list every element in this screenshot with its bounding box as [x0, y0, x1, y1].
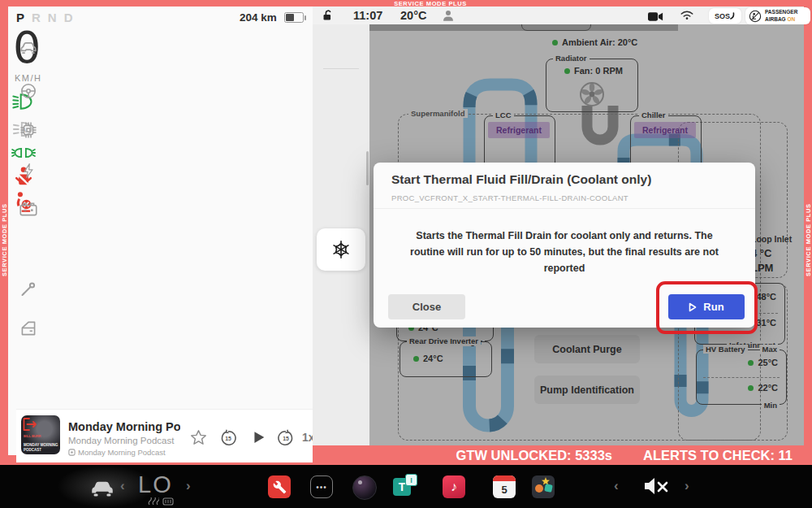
tab-low-voltage[interactable]: [16, 197, 41, 221]
dialog-description: Starts the Thermal Fill Drain for coolan…: [402, 228, 727, 276]
defrost-icon[interactable]: [162, 497, 174, 506]
dialog-title: Start Thermal Fluid Fill/Drain (Coolant …: [391, 172, 651, 187]
play-button[interactable]: [249, 428, 267, 449]
dialog-divider: [374, 208, 755, 209]
volume-muted-icon[interactable]: [644, 477, 668, 498]
car-controls-button[interactable]: [88, 475, 117, 502]
passenger-airbag-icon: [749, 10, 762, 23]
media-next-chevron[interactable]: ›: [685, 478, 689, 494]
alerts-to-check-counter[interactable]: ALERTS TO CHECK: 11: [643, 448, 793, 463]
t-app-icon[interactable]: T I: [393, 475, 417, 498]
tab-chassis[interactable]: [16, 79, 41, 103]
gear-n: N: [48, 11, 57, 24]
tab-high-voltage[interactable]: [16, 158, 41, 183]
exit-service-mode-button[interactable]: [16, 412, 41, 436]
right-service-mode-strip: SERVICE MODE PLUS: [805, 185, 812, 276]
dialog-procedure-code: PROC_VCFRONT_X_START-THERMAL-FILL-DRAIN-…: [391, 193, 628, 202]
app-launcher-button[interactable]: •••: [310, 475, 333, 498]
gtw-unlocked-counter: GTW UNLOCKED: 5333s: [456, 448, 612, 463]
camera-app-icon[interactable]: [352, 475, 377, 500]
screen: SERVICE MODE PLUS SERVICE MODE PLUS SERV…: [0, 0, 812, 508]
taskbar: ‹ LO › ••• T I ♪ 5 ‹: [0, 465, 812, 508]
temp-up-chevron[interactable]: ›: [186, 478, 191, 494]
tab-closures[interactable]: [16, 316, 41, 341]
media-title: Monday Morning Pod: [68, 420, 180, 433]
airbag-state: ON: [787, 16, 795, 22]
media-show: Monday Morning Podcast: [68, 436, 174, 445]
t-app-badge: I: [405, 474, 417, 486]
cabin-temp-setting[interactable]: LO: [138, 471, 173, 498]
tab-vehicle[interactable]: [16, 35, 41, 59]
service-app-icon[interactable]: [268, 475, 291, 498]
skip-back-15-button[interactable]: 15: [219, 429, 237, 450]
status-bar: 11:07 20°C SOS PASSENGER AIRBAG ON: [313, 7, 804, 24]
dashcam-icon[interactable]: [648, 11, 663, 25]
range-value: 204 km: [240, 11, 277, 24]
svg-text:15: 15: [283, 436, 289, 441]
sidebar-divider: [323, 68, 359, 69]
tab-software[interactable]: [16, 118, 41, 142]
skip-forward-15-button[interactable]: 15: [277, 429, 295, 450]
media-source: Monday Morning Podcast: [68, 448, 166, 457]
annotation-highlight-box: [656, 281, 758, 334]
outside-temp[interactable]: 20°C: [400, 9, 426, 22]
wifi-icon[interactable]: [680, 9, 694, 24]
sidebar-scrollbar[interactable]: [366, 151, 369, 185]
calendar-app-icon[interactable]: 5: [493, 475, 516, 498]
sos-arc-icon: [730, 12, 736, 20]
service-alerts-banner: GTW UNLOCKED: 5333s ALERTS TO CHECK: 11: [313, 445, 804, 465]
instrument-cluster: PRND 204 km 0 KM/H A: [8, 7, 313, 455]
close-button[interactable]: Close: [388, 294, 465, 319]
passenger-airbag-status: PASSENGER AIRBAG ON: [745, 7, 810, 24]
podcast-icon: [68, 449, 76, 456]
seat-heater-icon[interactable]: [148, 497, 159, 506]
gear-d: D: [64, 11, 73, 24]
unlock-icon[interactable]: [321, 9, 335, 26]
tab-diagnostics-probe[interactable]: [16, 276, 41, 301]
tab-thermal[interactable]: [329, 237, 353, 262]
temp-down-chevron[interactable]: ‹: [120, 478, 125, 494]
toybox-app-icon[interactable]: [532, 475, 555, 498]
left-service-mode-strip: SERVICE MODE PLUS: [1, 185, 8, 276]
music-app-icon[interactable]: ♪: [443, 475, 465, 498]
favorite-button[interactable]: [190, 429, 207, 449]
svg-text:15: 15: [225, 436, 231, 441]
media-prev-chevron[interactable]: ‹: [614, 478, 619, 494]
media-player[interactable]: BILL BURR MONDAY MORNING PODCAST Monday …: [16, 409, 321, 462]
sos-button[interactable]: SOS: [709, 8, 741, 24]
calendar-day: 5: [493, 481, 516, 498]
driver-profile-icon[interactable]: [441, 8, 456, 26]
clock: 11:07: [353, 9, 382, 22]
battery-icon: [284, 12, 304, 23]
